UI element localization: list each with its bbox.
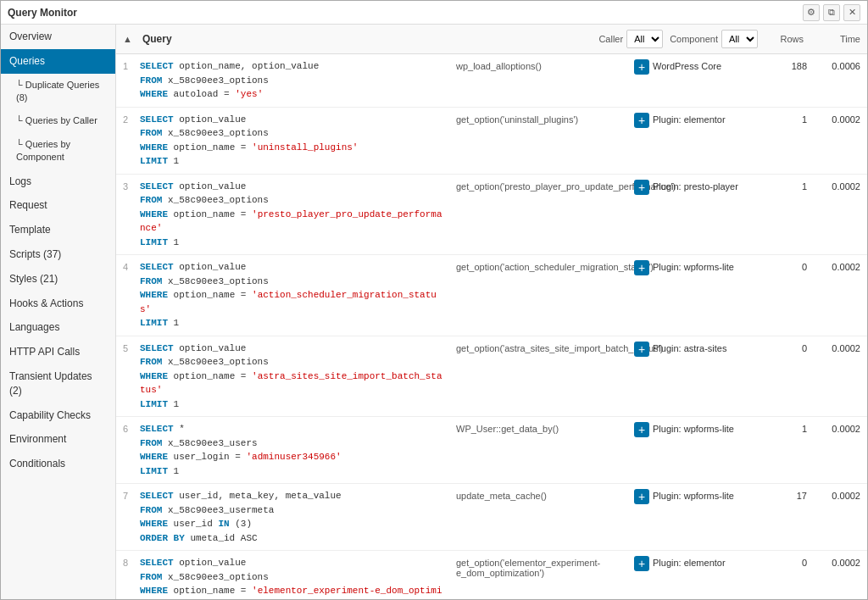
row-number: 2 (123, 113, 140, 125)
row-plus-cell: + (634, 556, 653, 571)
row-component: Plugin: elementor (653, 113, 771, 125)
row-time: 0.0002 (814, 260, 860, 272)
content-area: ▲ Query Caller All Component All Rows Ti… (116, 25, 867, 599)
row-rows: 0 (771, 260, 814, 272)
row-time: 0.0006 (814, 59, 860, 71)
row-query: SELECT option_value FROM x_58c90ee3_opti… (140, 342, 456, 412)
query-column-header: Query (142, 33, 593, 45)
detach-button[interactable]: ⧉ (823, 4, 840, 21)
row-rows: 1 (771, 113, 814, 125)
expand-button[interactable]: + (634, 59, 649, 75)
row-number: 7 (123, 489, 140, 501)
sidebar: OverviewQueries└ Duplicate Queries (8)└ … (1, 25, 116, 599)
sidebar-item-capability-checks[interactable]: Capability Checks (1, 403, 115, 428)
sidebar-item-request[interactable]: Request (1, 193, 115, 218)
table-row: 5 SELECT option_value FROM x_58c90ee3_op… (116, 336, 867, 418)
row-query: SELECT option_value FROM x_58c90ee3_opti… (140, 260, 456, 331)
row-time: 0.0002 (814, 113, 860, 125)
time-column-header: Time (814, 34, 860, 44)
sidebar-item-languages[interactable]: Languages (1, 315, 115, 340)
table-row: 2 SELECT option_value FROM x_58c90ee3_op… (116, 108, 867, 175)
row-rows: 188 (771, 59, 814, 71)
row-plus-cell: + (634, 422, 653, 437)
close-button[interactable]: ✕ (843, 4, 860, 21)
row-plus-cell: + (634, 113, 653, 128)
row-component: Plugin: elementor (653, 556, 771, 568)
sidebar-item-queries[interactable]: Queries (1, 49, 115, 74)
row-rows: 1 (771, 422, 814, 434)
table-row: 1 SELECT option_name, option_value FROM … (116, 54, 867, 108)
sidebar-item-conditionals[interactable]: Conditionals (1, 452, 115, 476)
row-component: Plugin: wpforms-lite (653, 422, 771, 434)
sidebar-item-duplicate-queries[interactable]: └ Duplicate Queries (8) (1, 74, 115, 110)
sidebar-item-queries-by-component[interactable]: └ Queries by Component (1, 133, 115, 169)
row-caller: wp_load_alloptions() (456, 59, 634, 71)
row-caller: WP_User::get_data_by() (456, 422, 634, 434)
table-row: 7 SELECT user_id, meta_key, meta_value F… (116, 484, 867, 551)
row-query: SELECT option_value FROM x_58c90ee3_opti… (140, 113, 456, 169)
row-number: 1 (123, 59, 140, 71)
sidebar-item-transient-updates[interactable]: Transient Updates (2) (1, 364, 115, 403)
query-table: 1 SELECT option_name, option_value FROM … (116, 54, 867, 599)
caller-filter-group: Caller All (598, 30, 663, 48)
row-query: SELECT option_value FROM x_58c90ee3_opti… (140, 556, 456, 599)
expand-button[interactable]: + (634, 180, 649, 195)
row-component: Plugin: wpforms-lite (653, 489, 771, 501)
table-row: 3 SELECT option_value FROM x_58c90ee3_op… (116, 175, 867, 256)
sidebar-item-environment[interactable]: Environment (1, 427, 115, 452)
sidebar-item-http-api-calls[interactable]: HTTP API Calls (1, 340, 115, 364)
row-rows: 1 (771, 180, 814, 192)
caller-filter-select[interactable]: All (626, 30, 663, 48)
row-query: SELECT option_value FROM x_58c90ee3_opti… (140, 180, 456, 250)
row-plus-cell: + (634, 260, 653, 275)
sidebar-item-hooks-actions[interactable]: Hooks & Actions (1, 292, 115, 316)
row-time: 0.0002 (814, 342, 860, 353)
row-number: 3 (123, 180, 140, 192)
row-query: SELECT * FROM x_58c90ee3_users WHERE use… (140, 422, 456, 478)
row-query: SELECT option_name, option_value FROM x_… (140, 59, 456, 102)
row-time: 0.0002 (814, 180, 860, 192)
expand-button[interactable]: + (634, 342, 649, 357)
sidebar-item-overview[interactable]: Overview (1, 25, 115, 49)
component-filter-label: Component (670, 34, 718, 44)
row-query: SELECT user_id, meta_key, meta_value FRO… (140, 489, 456, 545)
app-title: Query Monitor (8, 7, 77, 19)
caller-filter-label: Caller (598, 34, 623, 44)
component-filter-select[interactable]: All (721, 30, 758, 48)
row-rows: 0 (771, 342, 814, 353)
sidebar-item-scripts[interactable]: Scripts (37) (1, 242, 115, 267)
row-plus-cell: + (634, 180, 653, 195)
filter-bar: ▲ Query Caller All Component All Rows Ti… (116, 25, 867, 54)
row-caller: update_meta_cache() (456, 489, 634, 501)
table-row: 6 SELECT * FROM x_58c90ee3_users WHERE u… (116, 417, 867, 484)
row-plus-cell: + (634, 59, 653, 75)
sort-icon: ▲ (123, 34, 132, 44)
sidebar-item-logs[interactable]: Logs (1, 169, 115, 194)
sidebar-item-queries-by-caller[interactable]: └ Queries by Caller (1, 109, 115, 132)
expand-button[interactable]: + (634, 113, 649, 128)
row-caller: get_option('action_scheduler_migration_s… (456, 260, 634, 272)
row-rows: 0 (771, 556, 814, 568)
title-bar-controls: ⚙ ⧉ ✕ (803, 4, 860, 21)
expand-button[interactable]: + (634, 260, 649, 275)
row-caller: get_option('astra_sites_site_import_batc… (456, 342, 634, 353)
row-plus-cell: + (634, 342, 653, 357)
settings-button[interactable]: ⚙ (803, 4, 820, 21)
row-number: 5 (123, 342, 140, 353)
row-caller: get_option('uninstall_plugins') (456, 113, 634, 125)
sidebar-item-styles[interactable]: Styles (21) (1, 267, 115, 292)
expand-button[interactable]: + (634, 556, 649, 571)
expand-button[interactable]: + (634, 422, 649, 437)
row-time: 0.0002 (814, 489, 860, 501)
row-caller: get_option('elementor_experiment-e_dom_o… (456, 556, 634, 578)
row-number: 6 (123, 422, 140, 434)
sidebar-item-template[interactable]: Template (1, 218, 115, 242)
row-plus-cell: + (634, 489, 653, 504)
row-time: 0.0002 (814, 556, 860, 568)
row-rows: 17 (771, 489, 814, 501)
row-time: 0.0002 (814, 422, 860, 434)
row-component: Plugin: presto-player (653, 180, 771, 192)
app-window: Query Monitor ⚙ ⧉ ✕ OverviewQueries└ Dup… (0, 0, 868, 600)
row-component: WordPress Core (653, 59, 771, 71)
expand-button[interactable]: + (634, 489, 649, 504)
